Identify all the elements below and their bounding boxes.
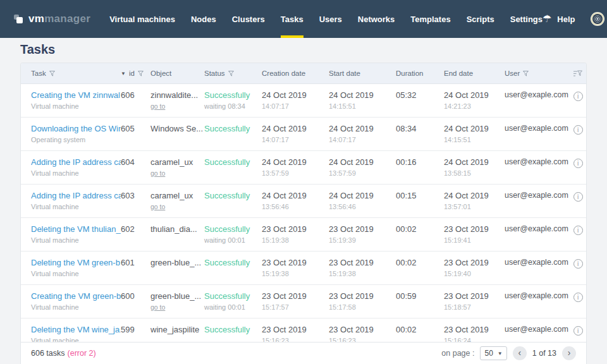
column-header-object[interactable]: ▼ Object bbox=[150, 70, 204, 77]
help-button[interactable]: Help bbox=[557, 15, 575, 24]
task-type-label: Virtual machine bbox=[31, 236, 121, 244]
go-to-link[interactable]: go to bbox=[150, 102, 165, 110]
object-name: caramel_ux bbox=[150, 157, 204, 167]
nav-item-virtual-machines[interactable]: Virtual machines bbox=[109, 0, 175, 38]
object-name: Windows Se... bbox=[150, 124, 204, 133]
nav-item-tasks[interactable]: Tasks bbox=[281, 0, 304, 38]
info-icon[interactable]: i bbox=[573, 92, 583, 101]
info-icon[interactable]: i bbox=[573, 192, 583, 202]
duration: 05:32 bbox=[396, 90, 444, 117]
end-date: 23 Oct 2019 bbox=[444, 291, 505, 301]
task-link[interactable]: Downloading the OS Win... bbox=[31, 124, 121, 133]
task-link[interactable]: Adding the IP address ca... bbox=[31, 191, 121, 200]
column-header-duration[interactable]: ▼ Duration bbox=[396, 70, 444, 77]
filter-icon[interactable] bbox=[138, 71, 144, 76]
task-link[interactable]: Deleting the VM wine_ja... bbox=[31, 325, 121, 334]
top-nav: vmmanager Virtual machinesNodesClustersT… bbox=[0, 0, 607, 38]
task-type-label: Operating system bbox=[31, 136, 121, 143]
table-row[interactable]: Creating the VM green-b... Virtual machi… bbox=[21, 285, 586, 318]
creation-time: 13:56:46 bbox=[262, 203, 329, 210]
creation-time: 14:07:17 bbox=[262, 136, 329, 143]
sort-desc-icon[interactable]: ▼ bbox=[121, 71, 126, 76]
user-email: user@exaple.com bbox=[505, 90, 570, 117]
app-logo[interactable]: vmmanager bbox=[14, 13, 90, 25]
info-icon[interactable]: i bbox=[573, 259, 583, 269]
task-type-label: Virtual machine bbox=[31, 303, 121, 311]
task-link[interactable]: Deleting the VM thulian_... bbox=[31, 224, 121, 234]
duration: 00:15 bbox=[396, 191, 444, 217]
table-row[interactable]: Downloading the OS Win... Operating syst… bbox=[21, 118, 586, 151]
column-header-task[interactable]: ▼ Task bbox=[31, 70, 121, 77]
object-name: green-blue_... bbox=[150, 291, 204, 301]
nav-item-templates[interactable]: Templates bbox=[410, 0, 450, 38]
task-link[interactable]: Creating the VM zinnwal... bbox=[31, 90, 121, 100]
start-time: 15:17:58 bbox=[329, 303, 396, 311]
column-header-status[interactable]: ▼ Status bbox=[204, 70, 262, 77]
nav-item-clusters[interactable]: Clusters bbox=[232, 0, 265, 38]
start-date: 23 Oct 2019 bbox=[329, 258, 396, 267]
status-waiting-label: waiting 00:01 bbox=[204, 303, 262, 311]
info-icon[interactable]: i bbox=[573, 226, 583, 235]
task-link[interactable]: Creating the VM green-b... bbox=[31, 291, 121, 301]
go-to-link[interactable]: go to bbox=[150, 169, 165, 177]
status-label: Successfully bbox=[204, 90, 262, 100]
go-to-link[interactable]: go to bbox=[150, 303, 165, 311]
nav-item-nodes[interactable]: Nodes bbox=[191, 0, 216, 38]
user-email: user@exaple.com bbox=[505, 224, 570, 251]
user-email: user@exaple.com bbox=[505, 191, 570, 217]
column-header-creation-date[interactable]: ▼ Creation date bbox=[262, 70, 329, 77]
status-waiting-label: waiting 00:01 bbox=[204, 236, 262, 244]
column-header-start-date[interactable]: ▼ Start date bbox=[329, 70, 396, 77]
end-date: 24 Oct 2019 bbox=[444, 90, 505, 100]
start-date: 23 Oct 2019 bbox=[329, 325, 396, 334]
page-size-select[interactable]: 50 ▼ bbox=[480, 346, 506, 360]
start-date: 24 Oct 2019 bbox=[329, 90, 396, 100]
table-row[interactable]: Adding the IP address ca... Virtual mach… bbox=[21, 151, 586, 185]
end-time: 14:21:23 bbox=[444, 102, 505, 110]
info-icon[interactable]: i bbox=[573, 293, 583, 302]
error-count-link[interactable]: (error 2) bbox=[68, 349, 96, 358]
info-icon[interactable]: i bbox=[573, 159, 583, 168]
info-icon[interactable]: i bbox=[573, 326, 583, 336]
table-row[interactable]: Creating the VM zinnwal... Virtual machi… bbox=[21, 84, 586, 118]
nav-item-scripts[interactable]: Scripts bbox=[467, 0, 494, 38]
column-header-user[interactable]: ▼ User bbox=[505, 70, 570, 77]
start-date: 24 Oct 2019 bbox=[329, 157, 396, 167]
table-row[interactable]: Deleting the VM green-b... Virtual machi… bbox=[21, 252, 586, 285]
filter-icon[interactable] bbox=[523, 71, 529, 76]
nav-item-users[interactable]: Users bbox=[319, 0, 342, 38]
creation-date: 24 Oct 2019 bbox=[262, 191, 329, 200]
task-link[interactable]: Deleting the VM green-b... bbox=[31, 258, 121, 267]
start-date: 23 Oct 2019 bbox=[329, 291, 396, 301]
column-header-id[interactable]: ▼ id bbox=[121, 70, 150, 77]
task-type-label: Virtual machine bbox=[31, 169, 121, 177]
status-label: Successfully bbox=[204, 258, 262, 267]
go-to-link[interactable]: go to bbox=[150, 203, 165, 210]
table-row[interactable]: Adding the IP address ca... Virtual mach… bbox=[21, 185, 586, 218]
prev-page-button[interactable]: ‹ bbox=[513, 346, 527, 360]
task-link[interactable]: Adding the IP address ca... bbox=[31, 157, 121, 167]
creation-time: 14:07:17 bbox=[262, 102, 329, 110]
user-menu[interactable]: user@exam... ▼ bbox=[590, 11, 607, 27]
task-id: 600 bbox=[121, 291, 150, 318]
creation-date: 23 Oct 2019 bbox=[262, 258, 329, 267]
on-page-label: on page : bbox=[441, 349, 474, 358]
next-page-button[interactable]: › bbox=[562, 346, 576, 360]
nav-item-settings[interactable]: Settings bbox=[510, 0, 543, 38]
page-size-value: 50 bbox=[484, 349, 493, 358]
filter-icon[interactable] bbox=[228, 71, 234, 76]
end-time: 15:19:40 bbox=[444, 270, 505, 277]
filter-icon[interactable] bbox=[49, 71, 55, 76]
object-name: zinnwaldite... bbox=[150, 90, 204, 100]
table-footer: 606 tasks (error 2) on page : 50 ▼ ‹ 1 o… bbox=[21, 342, 586, 364]
creation-date: 23 Oct 2019 bbox=[262, 325, 329, 334]
table-settings-icon[interactable] bbox=[573, 70, 582, 77]
info-icon[interactable]: i bbox=[573, 125, 583, 135]
start-time: 13:56:46 bbox=[329, 203, 396, 210]
table-row[interactable]: Deleting the VM thulian_... Virtual mach… bbox=[21, 218, 586, 252]
start-time: 14:15:51 bbox=[329, 102, 396, 110]
start-time: 15:19:39 bbox=[329, 236, 396, 244]
column-header-end-date[interactable]: ▼ End date bbox=[444, 70, 505, 77]
object-name: thulian_dia... bbox=[150, 224, 204, 234]
nav-item-networks[interactable]: Networks bbox=[358, 0, 395, 38]
